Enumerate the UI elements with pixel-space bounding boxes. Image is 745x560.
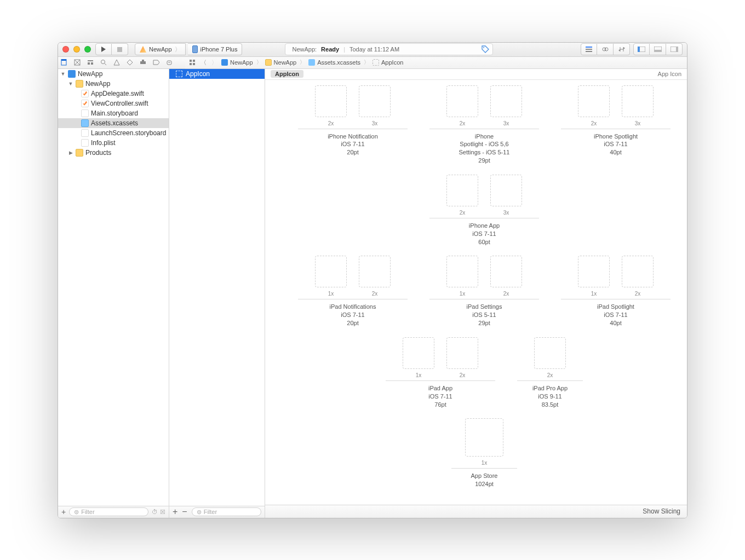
svg-point-24: [101, 60, 105, 64]
tag-icon[interactable]: [482, 45, 489, 53]
add-asset-button[interactable]: +: [173, 507, 177, 517]
icon-slot-row: 1xApp Store1024pt: [451, 418, 517, 488]
folder-icon: [76, 80, 83, 88]
asset-filter-field[interactable]: ⊜ Filter: [192, 507, 261, 516]
icon-well[interactable]: [622, 256, 654, 287]
file-launchscreen[interactable]: LaunchScreen.storyboard: [58, 128, 169, 138]
toggle-debug-icon[interactable]: [650, 43, 666, 55]
asset-item-appicon[interactable]: AppIcon: [169, 69, 265, 79]
icon-slot-group: 2x3xiPhone SpotlightiOS 7-1140pt: [561, 85, 671, 165]
debug-navigator-icon[interactable]: [139, 59, 147, 66]
appicon-canvas[interactable]: 2x3xiPhone NotificationiOS 7-1120pt2x3xi…: [265, 80, 687, 505]
icon-slot-group: 2xiPad Pro AppiOS 9-1183.5pt: [517, 337, 583, 409]
scale-label: 2x: [578, 120, 610, 126]
icon-well[interactable]: [490, 85, 522, 117]
scale-label: 3x: [622, 120, 654, 126]
products-node[interactable]: ▶Products: [58, 148, 169, 158]
standard-editor-icon[interactable]: [581, 43, 597, 55]
status-prefix: NewApp:: [292, 46, 317, 53]
toggle-inspector-icon[interactable]: [666, 43, 683, 55]
toggle-navigator-icon[interactable]: [633, 43, 650, 55]
scale-label: 1x: [465, 460, 503, 466]
svg-point-7: [605, 48, 608, 51]
appicon-set-icon: [176, 71, 182, 77]
file-main-storyboard[interactable]: Main.storyboard: [58, 108, 169, 118]
file-assets[interactable]: Assets.xcassets: [58, 118, 169, 128]
panel-toggles[interactable]: [633, 43, 683, 55]
editor-mode-segmented[interactable]: [581, 43, 630, 55]
show-slicing-button[interactable]: Show Slicing: [643, 507, 680, 515]
find-navigator-icon[interactable]: [100, 59, 107, 66]
icon-well[interactable]: [578, 256, 610, 287]
project-navigator: ▼NewApp ▼NewApp AppDelegate.swift ViewCo…: [58, 69, 169, 518]
report-navigator-icon[interactable]: [165, 59, 173, 66]
slot-caption: iPad SpotlightiOS 7-1140pt: [597, 303, 634, 327]
group-node[interactable]: ▼NewApp: [58, 79, 169, 89]
slot-caption: iPad AppiOS 7-1176pt: [428, 384, 452, 409]
file-appdelegate[interactable]: AppDelegate.swift: [58, 89, 169, 99]
run-button[interactable]: [95, 43, 112, 55]
stop-button[interactable]: [112, 43, 128, 55]
icon-well[interactable]: [578, 85, 610, 117]
recent-filter-icon[interactable]: ⏱: [152, 509, 158, 516]
back-button-icon[interactable]: 〈: [199, 59, 207, 66]
minimize-window-button[interactable]: [73, 46, 80, 53]
related-items-icon[interactable]: [188, 59, 196, 66]
icon-well[interactable]: [446, 337, 478, 369]
icon-well[interactable]: [446, 256, 478, 287]
scale-label: 2x: [490, 291, 522, 297]
zoom-window-button[interactable]: [84, 46, 91, 53]
close-window-button[interactable]: [62, 46, 69, 53]
file-viewcontroller[interactable]: ViewController.swift: [58, 99, 169, 108]
icon-well[interactable]: [315, 85, 347, 117]
icon-slot-row: 1x2xiPad AppiOS 7-1176pt2xiPad Pro AppiO…: [386, 337, 583, 409]
scale-label: 1x: [446, 291, 478, 297]
icon-well[interactable]: [359, 85, 391, 117]
test-navigator-icon[interactable]: [126, 59, 134, 66]
icon-well[interactable]: [446, 175, 478, 206]
file-tree[interactable]: ▼NewApp ▼NewApp AppDelegate.swift ViewCo…: [58, 69, 169, 506]
icon-well[interactable]: [465, 418, 503, 457]
assistant-editor-icon[interactable]: [597, 43, 614, 55]
icon-well[interactable]: [490, 256, 522, 287]
issue-navigator-icon[interactable]: [113, 59, 121, 66]
source-control-navigator-icon[interactable]: [73, 59, 81, 66]
navigator-filter-field[interactable]: ⊜ Filter: [69, 507, 148, 516]
crumb-2[interactable]: Assets.xcassets: [317, 59, 360, 66]
icon-well[interactable]: [359, 256, 391, 287]
project-node[interactable]: ▼NewApp: [58, 69, 169, 79]
icon-well[interactable]: [446, 85, 478, 117]
jump-bar[interactable]: 〈 〉 NewApp 〉 NewApp 〉 Assets.xcassets 〉 …: [185, 57, 687, 69]
project-navigator-icon[interactable]: [60, 59, 68, 66]
crumb-3[interactable]: AppIcon: [381, 59, 403, 66]
scale-label: 2x: [446, 372, 478, 378]
icon-well[interactable]: [403, 337, 434, 369]
svg-rect-22: [88, 62, 90, 65]
slot-caption: iPad NotificationsiOS 7-1120pt: [330, 303, 376, 327]
breakpoint-navigator-icon[interactable]: [152, 59, 160, 66]
remove-asset-button[interactable]: −: [182, 507, 187, 517]
scm-filter-icon[interactable]: ☒: [160, 509, 165, 516]
symbol-navigator-icon[interactable]: [87, 59, 94, 66]
scale-label: 2x: [446, 120, 478, 126]
forward-button-icon[interactable]: 〉: [210, 59, 218, 66]
icon-slot-row: 2x3xiPhone AppiOS 7-1160pt: [429, 175, 539, 246]
scheme-device-label: iPhone 7 Plus: [200, 46, 238, 53]
svg-rect-28: [140, 61, 146, 64]
icon-well[interactable]: [490, 175, 522, 206]
activity-viewer: NewApp: Ready | Today at 11:12 AM: [285, 43, 493, 55]
file-infoplist[interactable]: Info.plist: [58, 138, 169, 148]
icon-well[interactable]: [315, 256, 347, 287]
asset-list[interactable]: AppIcon: [169, 69, 265, 506]
svg-rect-17: [61, 59, 66, 61]
svg-rect-36: [193, 63, 195, 65]
crumb-0[interactable]: NewApp: [230, 59, 253, 66]
scheme-selector[interactable]: NewApp 〉 iPhone 7 Plus: [135, 43, 242, 55]
crumb-1[interactable]: NewApp: [274, 59, 297, 66]
slot-caption: iPhone AppiOS 7-1160pt: [469, 222, 500, 246]
add-button[interactable]: +: [61, 507, 66, 516]
version-editor-icon[interactable]: [614, 43, 630, 55]
icon-well[interactable]: [534, 337, 566, 369]
icon-well[interactable]: [622, 85, 654, 117]
group-label: NewApp: [85, 80, 110, 88]
